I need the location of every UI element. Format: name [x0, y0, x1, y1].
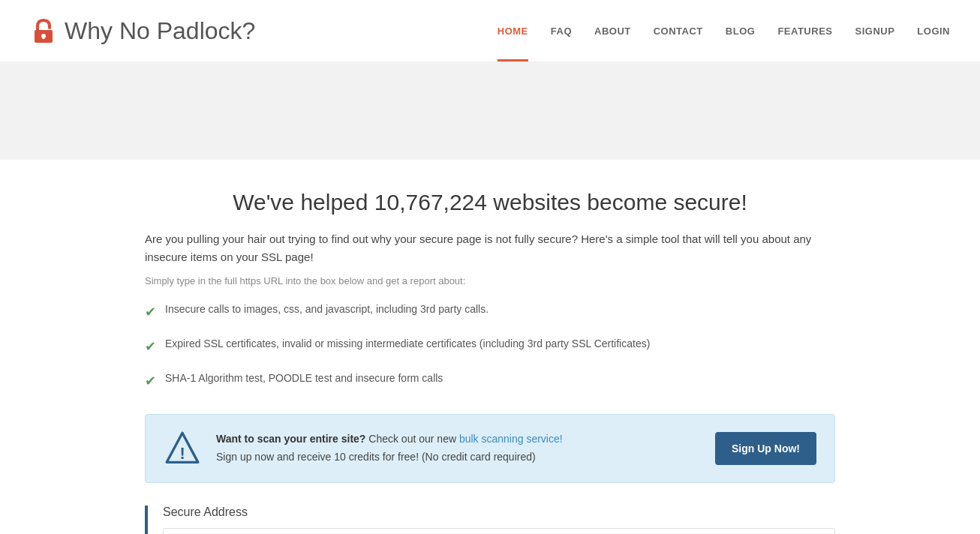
feature-text-1: Insecure calls to images, css, and javas…: [165, 302, 488, 317]
form-label: Secure Address: [163, 506, 835, 519]
nav-about[interactable]: ABOUT: [594, 0, 631, 62]
promo-bold: Want to scan your entire site?: [216, 433, 365, 445]
padlock-icon: [30, 17, 57, 44]
logo-text: Why No Padlock?: [65, 17, 255, 45]
hero-banner: [0, 62, 980, 160]
feature-text-3: SHA-1 Algorithm test, POODLE test and in…: [165, 370, 443, 386]
site-header: Why No Padlock? HOME FAQ ABOUT CONTACT B…: [0, 0, 980, 62]
promo-line1: Want to scan your entire site? Check out…: [216, 430, 700, 448]
nav-features[interactable]: FEATURES: [777, 0, 832, 62]
promo-text: Want to scan your entire site? Check out…: [216, 430, 700, 466]
promo-line2: Sign up now and receive 10 credits for f…: [216, 448, 700, 466]
feature-text-2: Expired SSL certificates, invalid or mis…: [165, 336, 650, 352]
check-icon: ✔: [145, 337, 156, 357]
promo-link[interactable]: bulk scanning service!: [459, 433, 563, 445]
headline: We've helped 10,767,224 websites become …: [145, 190, 835, 215]
check-icon: ✔: [145, 371, 156, 392]
form-section: Secure Address: [145, 506, 835, 534]
promo-check-text: Check out our new: [368, 433, 459, 445]
nav-faq[interactable]: FAQ: [551, 0, 572, 62]
svg-text:!: !: [179, 444, 185, 463]
list-item: ✔ Insecure calls to images, css, and jav…: [145, 302, 835, 322]
sub-text: Simply type in the full https URL into t…: [145, 275, 835, 286]
nav-login[interactable]: LOGIN: [917, 0, 950, 62]
nav-blog[interactable]: BLOG: [726, 0, 756, 62]
svg-rect-2: [43, 36, 45, 39]
list-item: ✔ SHA-1 Algorithm test, POODLE test and …: [145, 370, 835, 392]
logo-link[interactable]: Why No Padlock?: [30, 17, 255, 45]
main-nav: HOME FAQ ABOUT CONTACT BLOG FEATURES SIG…: [498, 0, 950, 62]
features-list: ✔ Insecure calls to images, css, and jav…: [145, 302, 835, 392]
warning-icon: !: [164, 430, 201, 467]
intro-text: Are you pulling your hair out trying to …: [145, 230, 835, 266]
signup-button[interactable]: Sign Up Now!: [715, 432, 816, 465]
list-item: ✔ Expired SSL certificates, invalid or m…: [145, 336, 835, 357]
nav-home[interactable]: HOME: [498, 0, 528, 62]
url-input[interactable]: [163, 528, 835, 534]
nav-signup[interactable]: SIGNUP: [855, 0, 894, 62]
main-content: We've helped 10,767,224 websites become …: [130, 160, 850, 534]
nav-contact[interactable]: CONTACT: [654, 0, 703, 62]
promo-banner: ! Want to scan your entire site? Check o…: [145, 414, 835, 483]
check-icon: ✔: [145, 302, 156, 322]
